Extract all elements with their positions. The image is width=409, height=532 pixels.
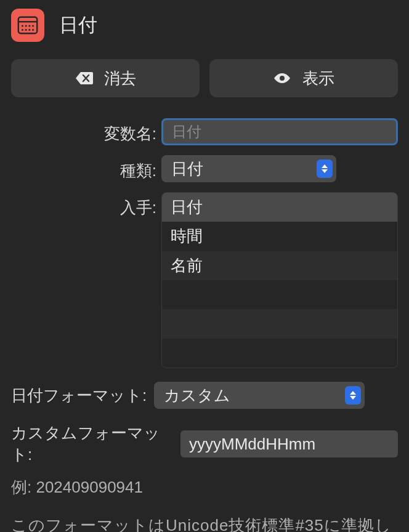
calendar-icon bbox=[11, 9, 44, 42]
type-select[interactable]: 日付 bbox=[161, 155, 336, 182]
updown-icon bbox=[317, 159, 333, 178]
erase-button[interactable]: 消去 bbox=[11, 59, 200, 97]
erase-label: 消去 bbox=[104, 68, 136, 89]
svg-point-4 bbox=[28, 25, 30, 26]
custom-format-input[interactable] bbox=[180, 430, 398, 457]
date-format-value: カスタム bbox=[164, 385, 345, 406]
list-item[interactable]: 日付 bbox=[162, 193, 397, 222]
toolbar: 消去 表示 bbox=[11, 59, 398, 97]
list-item[interactable]: 時間 bbox=[162, 222, 397, 251]
svg-point-2 bbox=[22, 25, 23, 26]
var-name-input[interactable] bbox=[161, 118, 398, 145]
format-note: このフォーマットはUnicode技術標準#35に準拠します。 bbox=[11, 513, 398, 532]
svg-point-5 bbox=[32, 25, 34, 26]
svg-point-6 bbox=[22, 29, 23, 31]
svg-point-7 bbox=[25, 29, 27, 31]
type-select-value: 日付 bbox=[171, 158, 317, 180]
list-item[interactable]: 名前 bbox=[162, 251, 397, 280]
svg-point-9 bbox=[32, 29, 34, 31]
show-button[interactable]: 表示 bbox=[209, 59, 398, 97]
svg-rect-0 bbox=[18, 17, 37, 34]
backspace-icon bbox=[75, 71, 93, 86]
header: 日付 bbox=[11, 9, 398, 42]
source-label: 入手: bbox=[11, 192, 161, 219]
source-listbox[interactable]: 日付 時間 名前 bbox=[161, 192, 398, 368]
var-name-label: 変数名: bbox=[11, 118, 161, 145]
svg-point-10 bbox=[280, 76, 285, 81]
type-label: 種類: bbox=[11, 155, 161, 182]
date-format-select[interactable]: カスタム bbox=[154, 382, 365, 409]
updown-icon bbox=[345, 386, 361, 405]
svg-point-8 bbox=[28, 29, 30, 31]
svg-point-3 bbox=[25, 25, 27, 26]
format-example: 例: 202409090941 bbox=[11, 477, 398, 498]
list-item[interactable] bbox=[162, 280, 397, 309]
list-item[interactable] bbox=[162, 309, 397, 338]
eye-icon bbox=[273, 71, 291, 86]
show-label: 表示 bbox=[302, 68, 334, 89]
page-title: 日付 bbox=[59, 12, 97, 38]
date-format-label: 日付フォーマット: bbox=[11, 385, 147, 406]
custom-format-label: カスタムフォーマット: bbox=[11, 422, 173, 465]
list-item[interactable] bbox=[162, 339, 397, 368]
